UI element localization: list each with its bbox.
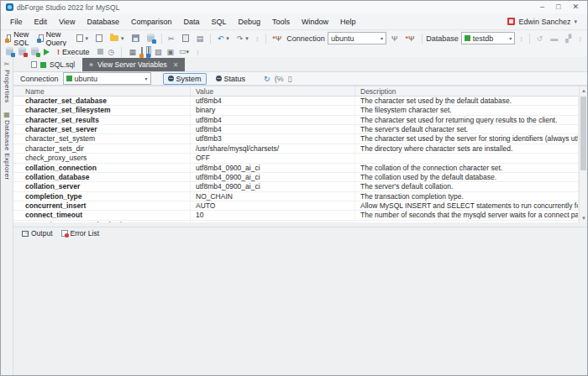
sidebar-item-database-explorer[interactable]: ▦ Database Explorer xyxy=(3,111,11,180)
table-row[interactable]: character_set_filesystem binary The file… xyxy=(13,106,579,115)
save-button[interactable] xyxy=(129,34,142,43)
variable-value-cell[interactable]: binary xyxy=(191,106,355,114)
toolbar-overflow[interactable]: ⁝ xyxy=(576,34,584,44)
variable-name-cell[interactable]: connection_memory_chunk_size xyxy=(20,221,191,222)
copy-button[interactable] xyxy=(180,34,192,43)
export-data-icon[interactable] xyxy=(141,48,143,56)
menu-item[interactable]: Help xyxy=(334,16,362,28)
session-variables-button[interactable]: (℅ xyxy=(275,75,284,83)
toolbar-overflow[interactable]: ⁝ xyxy=(254,34,261,44)
commit-icon[interactable] xyxy=(6,48,13,55)
toolbar-overflow[interactable]: ⁝ xyxy=(194,47,202,57)
table-row[interactable]: character_set_database utf8mb4 The chara… xyxy=(13,97,579,106)
refresh-database-button[interactable]: ↺ xyxy=(534,34,546,44)
vertical-scrollbar[interactable]: ▲ ▼ xyxy=(579,86,587,222)
edit-database-button[interactable]: ▬ xyxy=(548,34,560,44)
variable-value-cell[interactable]: utf8mb4 xyxy=(191,97,355,105)
variable-value-cell[interactable]: utf8mb4 xyxy=(191,125,355,133)
history-icon[interactable]: ◷ xyxy=(108,48,115,56)
menu-item[interactable]: Window xyxy=(296,16,334,28)
variable-value-cell[interactable]: 10 xyxy=(191,211,355,219)
variable-name-cell[interactable]: concurrent_insert xyxy=(20,201,191,210)
variable-value-cell[interactable]: utf8mb4_0900_ai_ci xyxy=(191,164,355,172)
scroll-up-icon[interactable]: ▲ xyxy=(580,86,588,95)
scroll-down-icon[interactable]: ▼ xyxy=(580,214,588,222)
new-connection-button[interactable]: *Ψ xyxy=(270,34,284,44)
new-document-button[interactable]: ▾ xyxy=(74,34,92,43)
layout-icon[interactable]: ▧ xyxy=(155,48,162,56)
refresh-button[interactable]: ↻ xyxy=(264,75,270,83)
disconnect-button[interactable]: Ψ xyxy=(389,34,401,44)
user-account-menu[interactable]: Edwin Sanchez ▾ xyxy=(507,18,584,26)
database-select[interactable]: testdb ▾ xyxy=(461,32,516,44)
variable-name-cell[interactable]: check_proxy_users xyxy=(20,154,191,162)
variable-value-cell[interactable]: utf8mb4_0900_ai_ci xyxy=(191,173,355,181)
menu-item[interactable]: SQL xyxy=(205,16,232,28)
close-button[interactable]: ✕ xyxy=(572,1,579,13)
table-row[interactable]: character_set_system utf8mb3 The charact… xyxy=(13,134,579,144)
variable-name-cell[interactable]: character_set_server xyxy=(20,125,191,133)
execute-button[interactable]: ! Execute xyxy=(55,47,92,57)
copy-grid-button[interactable]: ▯ xyxy=(288,75,292,83)
close-tab-icon[interactable]: ✕ xyxy=(173,61,179,69)
new-window-button[interactable] xyxy=(93,34,105,43)
variable-name-cell[interactable]: collation_server xyxy=(20,182,191,191)
security-manager-button[interactable]: ▞ xyxy=(563,34,574,44)
menu-item[interactable]: Edit xyxy=(29,16,54,28)
menu-item[interactable]: Comparison xyxy=(125,16,178,28)
column-header-value[interactable]: Value xyxy=(191,86,355,96)
table-row[interactable]: check_proxy_users OFF xyxy=(13,154,579,163)
system-variables-button[interactable]: System xyxy=(163,73,207,85)
menu-item[interactable]: Tools xyxy=(266,16,296,28)
variable-name-cell[interactable]: completion_type xyxy=(20,192,191,201)
minimize-button[interactable]: – xyxy=(540,1,544,13)
tab-output[interactable]: Output xyxy=(22,229,53,238)
table-row[interactable]: concurrent_insert AUTO Allow MySQL INSER… xyxy=(13,201,579,211)
cut-button[interactable]: ✂ xyxy=(165,34,177,44)
scrollbar-thumb[interactable] xyxy=(580,97,586,170)
menu-item[interactable]: View xyxy=(53,16,81,28)
table-row[interactable]: character_set_server utf8mb4 The server'… xyxy=(13,125,579,134)
rollback-icon[interactable] xyxy=(18,48,26,55)
variable-value-cell[interactable]: OFF xyxy=(191,154,355,162)
table-row[interactable]: connection_memory_chunk_size 8912 xyxy=(13,221,579,222)
variable-name-cell[interactable]: collation_connection xyxy=(20,164,191,172)
tab-sql-file[interactable]: SQL.sql xyxy=(25,58,81,71)
status-variables-button[interactable]: Status xyxy=(211,73,251,85)
transaction-icon[interactable] xyxy=(31,48,39,55)
open-file-button[interactable]: ▾ xyxy=(108,34,127,43)
server-variables-icon[interactable] xyxy=(148,48,150,56)
diagram-icon[interactable]: ▣ xyxy=(166,48,174,56)
table-row[interactable]: character_sets_dir /usr/share/mysql/char… xyxy=(13,144,579,154)
variable-value-cell[interactable]: utf8mb4_0900_ai_ci xyxy=(191,182,355,191)
table-row[interactable]: collation_server utf8mb4_0900_ai_ci The … xyxy=(13,182,579,191)
undo-button[interactable]: ↶▾ xyxy=(215,34,232,44)
new-query-button[interactable]: New Query xyxy=(36,29,71,48)
menu-item[interactable]: Database xyxy=(81,16,125,28)
reconnect-button[interactable]: *Ψ xyxy=(403,34,417,44)
table-row[interactable]: connect_timeout 10 The number of seconds… xyxy=(13,211,579,220)
save-all-button[interactable] xyxy=(144,34,157,43)
menu-item[interactable]: File xyxy=(4,16,29,28)
variable-name-cell[interactable]: character_set_results xyxy=(20,116,191,124)
variable-value-cell[interactable]: utf8mb4 xyxy=(191,116,355,124)
connection-select[interactable]: ubuntu ▾ xyxy=(328,32,386,44)
tab-view-server-variables[interactable]: ⚭ View Server Variables ✕ xyxy=(82,58,184,71)
table-row[interactable]: character_set_results utf8mb4 The charac… xyxy=(13,116,579,125)
eraser-icon[interactable]: ▭▾ xyxy=(179,47,189,56)
variable-name-cell[interactable]: character_sets_dir xyxy=(20,144,191,153)
variable-value-cell[interactable]: NO_CHAIN xyxy=(191,192,355,201)
query-profiler-icon[interactable]: ▦ xyxy=(129,48,136,56)
run-icon[interactable] xyxy=(44,49,50,55)
column-header-description[interactable]: Description xyxy=(355,86,579,96)
stop-icon[interactable] xyxy=(97,49,103,55)
variable-name-cell[interactable]: character_set_system xyxy=(20,134,191,143)
sidebar-item-properties[interactable]: ✂ Properties xyxy=(3,60,11,102)
redo-button[interactable]: ↷▾ xyxy=(234,34,251,44)
menu-item[interactable]: Data xyxy=(177,16,205,28)
variable-name-cell[interactable]: connect_timeout xyxy=(20,211,191,219)
vars-connection-select[interactable]: ubuntu ▾ xyxy=(63,72,151,85)
variable-value-cell[interactable]: 8912 xyxy=(191,221,355,222)
toolbar-overflow[interactable]: ⁝ xyxy=(517,34,525,44)
table-row[interactable]: collation_database utf8mb4_0900_ai_ci Th… xyxy=(13,173,579,182)
